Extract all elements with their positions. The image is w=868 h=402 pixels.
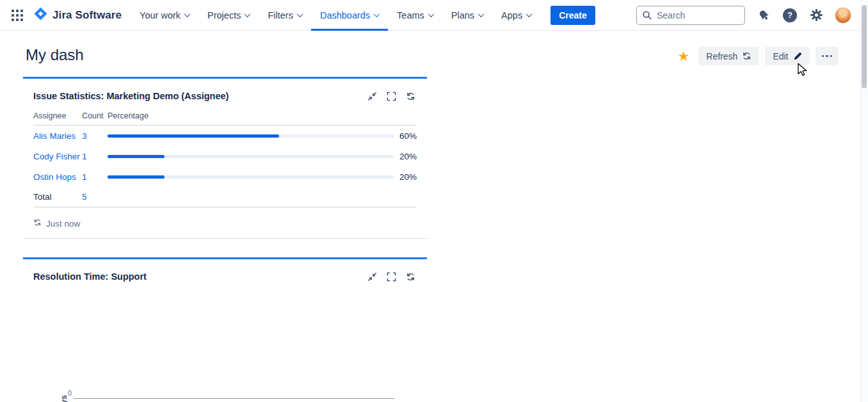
column-header-assignee: Assignee [33,111,82,125]
total-row: Total 5 [33,187,417,207]
refresh-icon [742,51,751,61]
gadget-title: Resolution Time: Support [33,271,147,282]
edit-button-label: Edit [773,51,788,61]
nav-item-dashboards[interactable]: Dashboards [311,0,388,31]
percent-bar-track [108,175,394,179]
percent-bar-track [108,134,394,138]
stats-row: Alis Maries 3 60% [33,125,417,146]
minimize-icon[interactable] [367,272,377,282]
navbar-right: ? [636,6,851,25]
nav-item-apps[interactable]: Apps [492,0,540,31]
percent-bar-fill [108,155,165,158]
nav-item-projects[interactable]: Projects [198,0,259,31]
gadget-tools [367,92,415,101]
chevron-down-icon [374,11,380,17]
count-link[interactable]: 1 [82,172,108,182]
percent-bar-fill [108,134,279,138]
nav-item-label: Filters [268,10,293,20]
total-count-link[interactable]: 5 [82,192,108,202]
stats-row: Ostin Hops 1 20% [33,166,417,187]
column-header-count: Count [82,111,108,125]
stats-rows: Alis Maries 3 60% Cody Fisher 1 20% Osti… [33,125,417,187]
jira-logo[interactable]: Jira Software [33,6,122,24]
nav-item-label: Dashboards [320,10,370,20]
nav-item-your-work[interactable]: Your work [131,0,198,31]
expand-icon[interactable] [387,272,396,282]
scrollbar-thumb[interactable] [862,5,867,88]
favorite-star-icon[interactable]: ★ [678,49,690,63]
help-icon[interactable]: ? [782,8,798,23]
count-link[interactable]: 3 [82,131,108,141]
gadget-title: Issue Statistics: Marketing Demo (Assign… [33,91,229,101]
edit-button[interactable]: Edit [765,47,809,65]
percent-label: 60% [394,131,417,141]
column-header-percentage: Percentage [108,111,394,125]
total-label: Total [33,192,82,202]
nav-item-label: Apps [501,10,522,20]
create-button[interactable]: Create [551,6,595,25]
refresh-button[interactable]: Refresh [698,47,759,65]
nav-item-plans[interactable]: Plans [442,0,492,31]
last-refreshed-text: Just now [46,219,80,229]
assignee-link[interactable]: Alis Maries [33,131,82,141]
percent-bar-fill [108,175,165,179]
notifications-bell-icon[interactable] [753,4,775,26]
page-actions: ★ Refresh Edit [678,47,839,65]
issue-statistics-table: Assignee Count Percentage Alis Maries 3 … [33,111,417,207]
search-input[interactable] [636,6,745,25]
expand-icon[interactable] [387,92,396,101]
minimize-icon[interactable] [367,92,377,101]
refresh-button-label: Refresh [706,51,737,61]
more-button[interactable] [816,47,839,65]
chevron-down-icon [526,11,533,17]
chart-x-axis-line [74,398,394,399]
settings-gear-icon[interactable] [808,8,824,23]
assignee-link[interactable]: Ostin Hops [33,172,82,182]
table-header-row: Assignee Count Percentage [33,111,417,125]
jira-dashboard-page: Jira Software Your work Projects Filters… [0,0,868,402]
page-title: My dash [26,46,84,64]
chevron-down-icon [245,11,251,17]
logo-text: Jira Software [52,9,122,22]
resolution-time-gadget: Resolution Time: Support [23,257,427,402]
app-switcher-icon[interactable] [12,10,23,21]
gadget-footer: Just now [23,207,427,239]
stats-row: Cody Fisher 1 20% [33,146,417,166]
issue-statistics-gadget: Issue Statistics: Marketing Demo (Assign… [23,77,427,239]
chevron-down-icon [478,11,485,17]
gadget-refresh-icon[interactable] [406,272,415,282]
user-avatar[interactable] [835,7,851,24]
nav-item-label: Your work [140,10,181,20]
nav-item-label: Plans [451,10,474,20]
count-link[interactable]: 1 [82,152,108,161]
chart-y-tick-0: 0 [68,389,72,397]
nav-item-filters[interactable]: Filters [259,0,310,31]
percent-label: 20% [394,172,417,182]
chevron-down-icon [296,11,303,17]
chevron-down-icon [184,11,191,17]
search-box [636,6,745,25]
chevron-down-icon [428,11,434,17]
search-icon [642,10,652,23]
nav-item-teams[interactable]: Teams [388,0,442,31]
jira-logo-icon [33,6,48,24]
nav-item-label: Projects [207,10,241,20]
main-nav: Your work Projects Filters Dashboards Te… [131,0,540,31]
vertical-scrollbar [860,0,868,402]
top-navbar: Jira Software Your work Projects Filters… [0,0,862,31]
chart-y-axis-label: Days [59,395,68,402]
gadget-tools [367,272,415,282]
nav-item-label: Teams [397,10,424,20]
ellipsis-icon [822,55,833,58]
percent-label: 20% [394,152,417,161]
pencil-icon [793,52,802,61]
assignee-link[interactable]: Cody Fisher [33,152,82,161]
gadget-refresh-icon[interactable] [406,92,415,101]
last-refreshed-icon [33,218,42,229]
percent-bar-track [108,155,394,158]
